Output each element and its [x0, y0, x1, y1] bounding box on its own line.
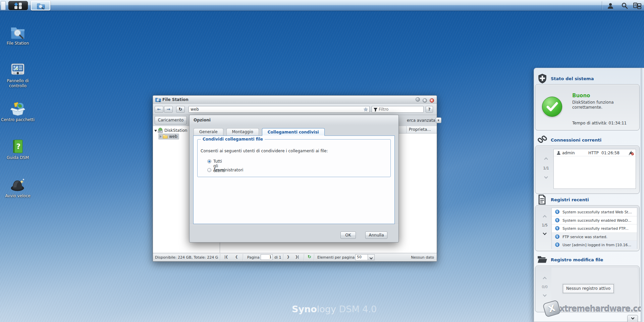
search-button[interactable] — [620, 2, 629, 9]
per-page-label: Elementi per pagina — [317, 255, 355, 260]
status-message: DiskStation funziona correttamente. — [572, 100, 631, 110]
maximize-button[interactable]: + — [423, 98, 427, 103]
connections-pager-up[interactable] — [540, 157, 552, 162]
desktop-icon-package-center[interactable]: Centro pacchetti — [1, 101, 35, 122]
folder-search-icon — [1, 25, 35, 40]
folder-open-icon — [537, 255, 547, 264]
advanced-search-toggle[interactable]: » — [436, 117, 441, 123]
disconnect-icon[interactable] — [629, 150, 634, 155]
dialog-title: Opzioni — [194, 118, 211, 122]
package-center-icon — [1, 101, 35, 116]
connection-time: 01:26:58 — [601, 151, 620, 155]
pilot-view-button[interactable] — [633, 2, 642, 9]
log-row[interactable]: i System successfully enabled WebD... — [552, 216, 637, 225]
dialog-titlebar[interactable]: Opzioni — [190, 115, 398, 125]
log-row[interactable]: i System successfully started Web St... — [552, 208, 637, 216]
file-station-taskbar-button[interactable] — [31, 1, 50, 10]
radio-unselected-icon[interactable] — [207, 168, 211, 172]
log-row[interactable]: i System successfully restarted FTP... — [552, 224, 637, 233]
desktop-icon-dsm-help[interactable]: ? Guida DSM — [1, 139, 35, 160]
connections-pager-count: 1/1 — [540, 166, 552, 170]
back-button[interactable]: ← — [155, 106, 163, 113]
statusbar-separator — [314, 254, 314, 261]
tab-montaggio[interactable]: Montaggio — [226, 128, 259, 136]
show-desktop-button[interactable] — [1, 1, 6, 10]
log-text: User [admin] logged in from [10.16... — [562, 243, 636, 247]
file-station-icon — [37, 2, 45, 9]
prev-page-button[interactable]: ❮ — [235, 255, 237, 259]
pilot-view-icon — [633, 2, 641, 9]
per-page-dropdown-button[interactable] — [368, 254, 375, 260]
help-button[interactable]: ? — [426, 106, 433, 113]
next-page-button[interactable]: ❯ — [287, 255, 289, 259]
connections-pager-down[interactable] — [540, 175, 552, 179]
tab-collegamenti-condivisi[interactable]: Collegamenti condivisi — [262, 128, 325, 136]
log-row[interactable]: i FTP service was started. — [552, 233, 637, 241]
forward-button[interactable]: → — [164, 106, 173, 113]
log-row[interactable]: i User [admin] logged in from [10.16... — [552, 241, 637, 249]
file-change-log-empty-area: Nessun registro attivo — [551, 268, 638, 310]
column-header-properties[interactable]: Proprieta... — [406, 126, 437, 133]
section-title: Connessioni correnti — [551, 138, 601, 143]
main-menu-button[interactable] — [8, 1, 28, 10]
folder-icon — [163, 134, 168, 139]
refresh-list-button[interactable]: ↻ — [308, 254, 311, 259]
cancel-button[interactable]: Annulla — [365, 231, 387, 239]
caret-collapsed-icon[interactable] — [160, 135, 162, 138]
logs-pager-down[interactable] — [539, 231, 551, 235]
last-page-button[interactable]: ❯| — [295, 255, 299, 259]
minimize-button[interactable] — [416, 97, 420, 102]
chevron-down-icon — [370, 256, 373, 260]
upload-button[interactable]: Caricamento — [155, 116, 187, 124]
connection-user: admin — [562, 151, 575, 155]
uptime-label: Tempo di attività: 01:34:11 — [572, 121, 627, 125]
close-button[interactable]: × — [430, 98, 434, 103]
connection-row[interactable]: admin HTTP 01:26:58 — [554, 149, 636, 156]
refresh-button[interactable]: ↻ — [176, 106, 185, 113]
widget-panel-collapse-button[interactable] — [627, 315, 638, 322]
logs-pager-up[interactable] — [539, 215, 551, 219]
desktop-icon-file-station[interactable]: File Station — [1, 25, 35, 46]
dialog-footer-divider — [190, 224, 398, 224]
section-title: Registro modifica file — [551, 257, 603, 262]
tab-generale[interactable]: Generale — [194, 128, 223, 136]
status-value: Buono — [572, 93, 590, 99]
log-text: System successfully restarted FTP... — [562, 226, 636, 231]
user-icon — [556, 151, 561, 155]
chevron-down-icon — [543, 293, 546, 297]
chevron-down-icon — [543, 231, 546, 235]
page-of-label: di 1 — [274, 255, 281, 260]
first-page-button[interactable]: |❮ — [224, 255, 228, 259]
section-title: Registri recenti — [551, 197, 589, 202]
statusbar-separator — [304, 254, 304, 261]
log-text: System successfully started Web St... — [562, 210, 636, 214]
path-input[interactable] — [191, 107, 360, 112]
file-station-toolbar: ← → ↻ ? — [153, 104, 437, 115]
chevron-up-icon — [544, 157, 548, 161]
desktop-icon-quick-start[interactable]: Avvio veloce — [1, 177, 35, 199]
filter-field — [372, 106, 424, 113]
radio-selected-icon[interactable] — [207, 159, 211, 163]
desktop-icon-control-panel[interactable]: Pannello di controllo — [1, 62, 35, 89]
status-ok-icon — [542, 97, 562, 117]
ok-button[interactable]: OK — [340, 231, 356, 239]
filter-input[interactable] — [379, 107, 422, 112]
file-change-log-header: Registro modifica file — [534, 255, 641, 265]
file-station-statusbar: Disponibile: 224 GB, Totale: 224 G |❮ ❮ … — [153, 253, 437, 261]
page-number-input[interactable] — [261, 255, 272, 260]
file-log-pager-up[interactable] — [539, 277, 551, 281]
bookmark-star-icon[interactable] — [363, 107, 368, 112]
file-log-pager-down[interactable] — [539, 293, 551, 297]
no-active-log-button[interactable]: Nessun registro attivo — [563, 284, 614, 293]
share-links-description: Consenti ai seguenti utenti di condivide… — [201, 149, 328, 153]
nas-server-icon — [158, 128, 163, 133]
connection-protocol: HTTP — [588, 151, 599, 155]
window-titlebar[interactable]: File Station + × — [153, 96, 437, 104]
dialog-tabs: Generale Montaggio Collegamenti condivis… — [194, 128, 326, 136]
site-watermark-text: xtremehardware.com — [559, 304, 644, 314]
caret-expanded-icon[interactable] — [154, 130, 157, 132]
per-page-value[interactable]: 50 — [355, 254, 368, 260]
user-menu-button[interactable] — [606, 2, 615, 9]
capacity-status: Disponibile: 224 GB, Totale: 224 G — [155, 255, 219, 260]
statusbar-separator — [220, 254, 220, 261]
